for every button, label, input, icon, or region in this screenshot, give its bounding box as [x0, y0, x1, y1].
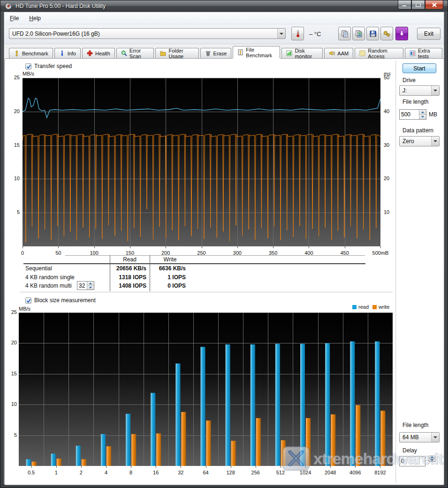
x-axis-category-label: 4: [94, 470, 118, 475]
file-length-input[interactable]: [400, 110, 419, 119]
save-button[interactable]: [366, 27, 379, 40]
y-axis-tick-label: 5: [5, 432, 17, 438]
check-icon: [26, 64, 31, 69]
queue-depth-input[interactable]: [77, 282, 87, 290]
device-select[interactable]: UFD 2.0 Silicon-Power16G (16 gB): [9, 28, 286, 39]
data-pattern-select[interactable]: Zero: [399, 136, 440, 146]
spin-up-button[interactable]: [419, 110, 426, 115]
options-button[interactable]: [380, 27, 393, 40]
tab-health[interactable]: Health: [82, 48, 115, 58]
x-axis-tick-label: 300: [226, 250, 249, 256]
right-axis-tick-label: 50: [384, 75, 389, 80]
x-axis-tick: [345, 246, 345, 248]
x-axis-tick: [355, 466, 356, 468]
spin-down-button[interactable]: [87, 286, 94, 290]
tab-folder-usage[interactable]: Folder Usage: [155, 48, 198, 58]
close-button[interactable]: [425, 0, 443, 9]
x-axis-tick: [305, 466, 306, 468]
maximize-button[interactable]: [411, 0, 425, 9]
copy-image-button[interactable]: [352, 27, 365, 40]
x-axis-tick: [206, 466, 206, 468]
chevron-down-icon: [431, 137, 439, 146]
x-axis-tick: [202, 246, 202, 248]
exit-button[interactable]: Exit: [417, 28, 440, 40]
x-axis-category-label: 512: [269, 470, 292, 475]
menu-help[interactable]: Help: [24, 14, 46, 23]
transfer-speed-checkbox[interactable]: [25, 63, 31, 69]
row-write-value: 0 IOPS: [152, 282, 186, 289]
tab-random-access[interactable]: Random Access: [355, 48, 403, 58]
x-axis-tick: [231, 466, 231, 468]
block-size-chart: [19, 313, 393, 469]
delay-stepper: [428, 456, 436, 462]
copy-text-icon: [341, 30, 349, 38]
tab-file-benchmark[interactable]: File Benchmark: [233, 46, 280, 58]
queue-depth-stepper[interactable]: [77, 281, 94, 290]
drive-select[interactable]: J:: [399, 85, 440, 96]
spin-up-button[interactable]: [87, 282, 94, 286]
y-axis-tick-label: 25: [8, 75, 20, 80]
tab-error-scan[interactable]: Error Scan: [116, 48, 154, 58]
x-axis-tick: [273, 246, 273, 248]
data-pattern-value: Zero: [400, 138, 431, 145]
x-axis-category-label: 8192: [368, 470, 392, 475]
tab-aam[interactable]: AAM: [324, 48, 353, 58]
x-axis-tick: [31, 466, 32, 468]
read-legend-label: read: [358, 304, 369, 310]
transfer-speed-label: Transfer speed: [34, 63, 72, 69]
disk-monitor-icon: [286, 50, 292, 56]
tab-erase[interactable]: Erase: [200, 48, 232, 58]
x-axis-category-label: 256: [244, 470, 267, 475]
spin-down-button[interactable]: [419, 115, 426, 120]
x-axis-tick-label: 50: [46, 250, 70, 256]
file-length-stepper[interactable]: [399, 109, 426, 120]
start-button[interactable]: Start: [402, 63, 436, 73]
x-axis-tick: [81, 466, 82, 468]
x-axis-tick: [156, 466, 156, 468]
spin-down-button[interactable]: [428, 459, 436, 462]
x-axis-category-label: 2048: [319, 470, 342, 475]
right-axis-tick-label: 40: [384, 108, 389, 114]
chevron-down-icon: [431, 433, 439, 442]
tab-benchmark[interactable]: Benchmark: [9, 48, 53, 58]
block-file-length-select[interactable]: 64 MB: [399, 432, 440, 442]
file-benchmark-panel: Transfer speed Start Drive J: File lengt…: [4, 58, 444, 485]
update-button[interactable]: [395, 27, 408, 40]
right-axis-tick-label: 20: [384, 175, 389, 181]
spin-up-button[interactable]: [428, 456, 436, 458]
x-axis-tick: [281, 466, 281, 468]
delay-input[interactable]: [400, 457, 425, 466]
block-file-length-value: 64 MB: [400, 434, 431, 441]
minimize-button[interactable]: [398, 0, 411, 9]
tab-info[interactable]: Info: [54, 48, 81, 58]
tab-disk-monitor[interactable]: Disk monitor: [281, 48, 323, 58]
menu-bar: FileHelp: [4, 12, 444, 24]
y-axis-tick-label: 15: [8, 142, 20, 148]
block-size-checkbox[interactable]: [25, 297, 31, 304]
benchmark-icon: [14, 50, 20, 56]
x-axis-category-label: 1: [45, 470, 68, 475]
row-read-value: 20656 KB/s: [112, 265, 146, 272]
temperature-button[interactable]: [291, 27, 304, 40]
y-axis-tick-label: 10: [8, 175, 20, 181]
save-icon: [369, 30, 377, 38]
x-axis-category-label: 16: [144, 470, 167, 475]
write-legend-swatch: [372, 305, 377, 309]
x-axis-tick-label: 250: [190, 250, 213, 256]
transfer-speed-chart: [23, 78, 380, 249]
x-axis-tick: [130, 246, 130, 248]
row-write-value: 1 IOPS: [152, 274, 186, 281]
delay-field[interactable]: [399, 456, 425, 466]
file-benchmark-icon: [237, 49, 243, 55]
copy-text-button[interactable]: [338, 27, 351, 40]
x-axis-tick: [23, 246, 23, 248]
y-axis-unit-label: MB/s: [19, 306, 30, 312]
menu-file[interactable]: File: [5, 14, 23, 23]
x-axis-tick: [166, 246, 166, 248]
block-file-length-label: File length: [402, 422, 428, 428]
title-bar[interactable]: HD Tune Pro 5.00 - Hard Disk Utility: [0, 0, 448, 12]
tab-extra-tests[interactable]: Extra tests: [405, 48, 442, 58]
x-axis-category-label: 32: [169, 470, 192, 475]
row-write-value: 6636 KB/s: [152, 265, 186, 272]
y-axis-tick-label: 15: [5, 371, 17, 376]
